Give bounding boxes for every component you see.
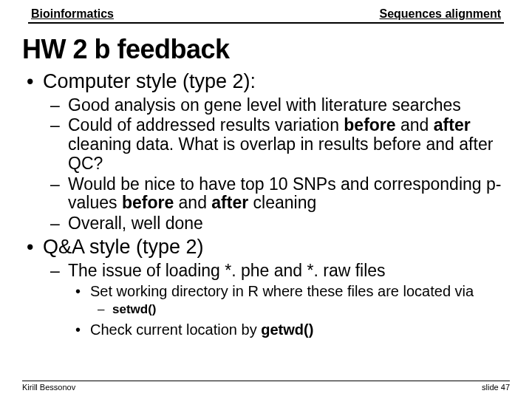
sub-sub-item: Check current location by getwd(): [90, 321, 510, 338]
t: and: [174, 193, 211, 212]
sub-list: Good analysis on gene level with literat…: [43, 96, 510, 233]
bold: before: [122, 193, 174, 212]
bullet-text: Computer style (type 2):: [43, 70, 256, 92]
bold: getwd(): [261, 321, 313, 338]
t: Check current location by: [90, 321, 261, 338]
header-right: Sequences alignment: [380, 7, 502, 21]
sub-sub-list: Set working directory in R where these f…: [68, 283, 510, 338]
t: Set working directory in R where these f…: [90, 283, 474, 299]
page-title: HW 2 b feedback: [22, 34, 510, 65]
t: Could of addressed results variation: [68, 115, 344, 134]
sub-item: Good analysis on gene level with literat…: [68, 96, 510, 115]
footer-author: Kirill Bessonov: [22, 383, 75, 392]
slide: Bioinformatics Sequences alignment HW 2 …: [0, 0, 532, 399]
code-item: setwd(): [112, 303, 510, 317]
bold: before: [344, 115, 395, 134]
t: cleaning data. What is overlap in result…: [68, 134, 493, 173]
bullet-qa-style: Q&A style (type 2) The issue of loading …: [43, 236, 510, 338]
footer-slide-number: slide 47: [482, 383, 510, 392]
header-bar: Bioinformatics Sequences alignment: [28, 7, 504, 24]
bullet-list: Computer style (type 2): Good analysis o…: [22, 71, 510, 338]
bold: after: [434, 115, 471, 134]
t: The issue of loading *. phe and *. raw f…: [68, 261, 386, 280]
sub-item: Would be nice to have top 10 SNPs and co…: [68, 175, 510, 214]
bold: after: [211, 193, 248, 212]
sub-sub-item: Set working directory in R where these f…: [90, 283, 510, 317]
sub-item: The issue of loading *. phe and *. raw f…: [68, 262, 510, 338]
sub-sub-sub-list: setwd(): [90, 303, 510, 317]
sub-list: The issue of loading *. phe and *. raw f…: [43, 262, 510, 338]
sub-item: Could of addressed results variation bef…: [68, 116, 510, 173]
bullet-text: Q&A style (type 2): [43, 236, 204, 258]
bullet-computer-style: Computer style (type 2): Good analysis o…: [43, 71, 510, 233]
t: and: [396, 115, 434, 134]
t: cleaning: [248, 193, 316, 212]
sub-item: Overall, well done: [68, 214, 510, 233]
footer-bar: Kirill Bessonov slide 47: [22, 381, 510, 392]
header-left: Bioinformatics: [31, 7, 114, 21]
